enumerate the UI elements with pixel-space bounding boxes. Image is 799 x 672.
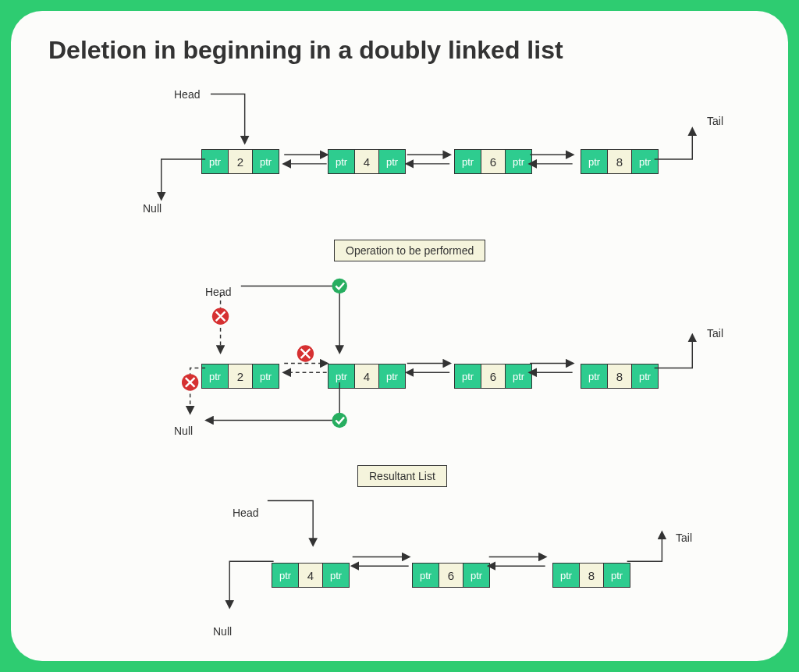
- ptr-cell: ptr: [272, 564, 299, 587]
- ptr-cell: ptr: [505, 364, 531, 388]
- ptr-cell: ptr: [202, 364, 229, 388]
- ptr-cell: ptr: [328, 150, 355, 173]
- ptr-cell: ptr: [581, 150, 608, 173]
- tail-label-2: Tail: [707, 327, 723, 340]
- ptr-cell: ptr: [455, 150, 481, 173]
- tail-label-3: Tail: [676, 532, 692, 544]
- ptr-cell: ptr: [631, 150, 658, 173]
- val-cell: 2: [229, 364, 252, 388]
- null-arrow-1: [162, 159, 205, 199]
- val-cell: 8: [608, 364, 631, 388]
- ptr-cell: ptr: [202, 150, 229, 173]
- x-icon: [297, 345, 314, 361]
- svg-point-2: [297, 345, 314, 361]
- head-label-1: Head: [174, 88, 200, 101]
- ptr-cell: ptr: [463, 564, 489, 587]
- row2-node-1: ptr 4 ptr: [328, 364, 406, 389]
- val-cell: 8: [608, 150, 631, 173]
- tail-label-1: Tail: [707, 115, 723, 127]
- svg-point-0: [212, 308, 229, 325]
- row2-node-0: ptr 2 ptr: [201, 364, 279, 389]
- check-icon: [332, 279, 346, 293]
- head-new-arrow: [241, 286, 339, 352]
- ptr-cell: ptr: [328, 364, 355, 388]
- check-icon: [332, 413, 346, 428]
- head-arrow-1: [211, 94, 245, 142]
- row3-node-2: ptr 8 ptr: [552, 563, 630, 588]
- null-arrow-3: [229, 561, 273, 606]
- ptr-cell: ptr: [603, 564, 630, 587]
- ptr-cell: ptr: [252, 150, 279, 173]
- operation-box: Operation to be performed: [334, 240, 485, 261]
- null-label-3: Null: [213, 625, 232, 638]
- ptr-cell: ptr: [581, 364, 608, 388]
- svg-point-3: [332, 279, 346, 293]
- row1-node-3: ptr 8 ptr: [581, 149, 659, 174]
- head-label-3: Head: [233, 507, 258, 519]
- x-icon: [182, 374, 198, 390]
- val-cell: 6: [481, 364, 505, 388]
- svg-point-4: [332, 413, 346, 428]
- val-cell: 4: [355, 150, 378, 173]
- row2-node-2: ptr 6 ptr: [454, 364, 532, 389]
- row1-node-0: ptr 2 ptr: [201, 149, 279, 174]
- ptr-cell: ptr: [252, 364, 279, 388]
- diagram-canvas: Head Tail Null ptr 2 ptr ptr 4 ptr ptr 6…: [30, 79, 769, 625]
- svg-point-1: [182, 374, 198, 390]
- val-cell: 4: [355, 364, 378, 388]
- page-title: Deletion in beginning in a doubly linked…: [48, 36, 769, 65]
- row1-node-1: ptr 4 ptr: [328, 149, 406, 174]
- null-label-2: Null: [174, 425, 193, 437]
- val-cell: 2: [229, 150, 252, 173]
- ptr-cell: ptr: [553, 564, 580, 587]
- ptr-cell: ptr: [631, 364, 658, 388]
- ptr-cell: ptr: [505, 150, 531, 173]
- ptr-cell: ptr: [322, 564, 349, 587]
- row1-node-2: ptr 6 ptr: [454, 149, 532, 174]
- val-cell: 6: [439, 564, 463, 587]
- row3-node-1: ptr 6 ptr: [412, 563, 490, 588]
- val-cell: 4: [299, 564, 322, 587]
- ptr-cell: ptr: [378, 150, 405, 173]
- row2-node-3: ptr 8 ptr: [581, 364, 659, 389]
- ptr-cell: ptr: [378, 364, 405, 388]
- result-box: Resultant List: [357, 465, 447, 487]
- head-label-2: Head: [205, 286, 231, 298]
- tail-arrow-1: [655, 129, 693, 159]
- x-icon: [212, 308, 229, 325]
- val-cell: 8: [580, 564, 603, 587]
- val-cell: 6: [481, 150, 505, 173]
- tail-arrow-3: [627, 532, 662, 561]
- row3-node-0: ptr 4 ptr: [272, 563, 350, 588]
- head-arrow-3: [268, 501, 313, 545]
- ptr-cell: ptr: [455, 364, 481, 388]
- ptr-cell: ptr: [413, 564, 439, 587]
- null-label-1: Null: [143, 202, 162, 215]
- tail-arrow-2: [655, 336, 693, 368]
